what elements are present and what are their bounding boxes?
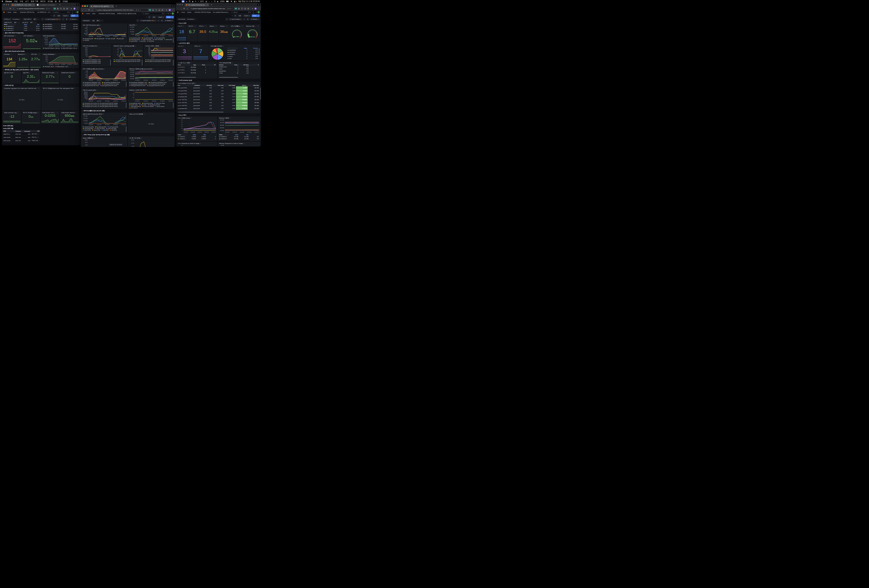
back-button[interactable]: ← — [3, 7, 5, 10]
legend-item[interactable]: auth-guard-ff7bb7497-fxns7 — [129, 85, 146, 86]
export-button[interactable]: Export ∨ — [243, 15, 251, 17]
legend-item[interactable]: auth-guard end of minor GC max [auth-gua… — [83, 106, 126, 107]
table-row[interactable]: queue-7b4f7796f4-kjava-service0.502.000.… — [177, 101, 260, 104]
breadcrumb-home[interactable]: Home — [86, 13, 90, 15]
tab-cloudbeaver[interactable]: C CloudBeaver Community × — [36, 3, 58, 6]
reading-list-icon[interactable]: ≡ — [165, 9, 168, 11]
add-panel-icon[interactable]: + ∨ — [72, 10, 74, 14]
status-icon-media[interactable]: ▶ — [217, 0, 219, 3]
tab-close-icon[interactable]: × — [207, 4, 208, 6]
filter-namespace[interactable]: 네임스페이스All×× ∨ — [22, 18, 40, 21]
section-resource-trend[interactable]: ∨리소스 추이 — [177, 114, 186, 116]
legend-item[interactable]: Write IOPS Mean: 2.45 io/s — [61, 47, 77, 49]
home-button[interactable]: ⌂ — [91, 9, 93, 11]
info-icon[interactable]: ⓘ — [205, 25, 206, 27]
legend-item[interactable]: order-core [503] — [153, 39, 163, 40]
status-icon-input-source[interactable]: Ⓐ — [214, 0, 216, 3]
status-icon-pen[interactable]: ✎ — [195, 0, 196, 3]
legend-item[interactable]: auth-guard ready — [142, 103, 153, 104]
new-tab-button[interactable]: + — [59, 3, 61, 6]
legend-item[interactable]: queue [200] — [83, 129, 91, 131]
breadcrumb-home[interactable]: Home — [181, 12, 185, 13]
info-icon[interactable]: ⓘ — [104, 68, 105, 70]
menu-item-view[interactable]: 보기 — [25, 0, 29, 3]
traffic-lights[interactable] — [82, 5, 88, 7]
add-panel-icon[interactable]: + ∨ — [167, 13, 169, 15]
info-icon[interactable]: ⓘ — [147, 89, 148, 91]
legend-item[interactable]: auth-guard [503] — [83, 128, 93, 129]
section-kafka-topic-ref[interactable]: Kafka 토픽 참조 — [3, 125, 13, 127]
menu-item-tab[interactable]: 탭 — [55, 0, 57, 3]
section-kafka-topic-flow[interactable]: Kafka 토픽 흐름 — [3, 127, 13, 129]
info-icon[interactable]: ⓘ — [258, 25, 259, 27]
legend-item[interactable]: queue [503] — [92, 129, 100, 131]
breadcrumb-folder[interactable]: STAGING 부하 테스트(k6) — [194, 11, 211, 13]
ext-devtools-icon[interactable]: K — [155, 9, 157, 11]
status-icon-recording[interactable]: ● — [186, 0, 187, 3]
ext-chart-icon[interactable]: ▥ — [63, 7, 65, 10]
search-input[interactable]: Search...⌘+k — [142, 12, 166, 15]
legend-item[interactable]: api-gateway-5dd4f9fb4b-7v99z — [83, 59, 110, 61]
section-errors[interactable]: ∨에러/쓰로틀링 (엔드포인트 공통) — [82, 110, 105, 112]
share-caret[interactable]: ∨ — [172, 16, 174, 18]
bookmark-star-icon[interactable]: ☆ — [140, 9, 141, 11]
filter-namespace[interactable]: namespace — [82, 19, 91, 22]
breadcrumb-home[interactable]: Home — [7, 12, 11, 13]
legend-item[interactable]: auth-guard p95 — [95, 38, 104, 39]
legend-item[interactable]: auth-guard [503] — [129, 39, 140, 40]
legend-item[interactable]: api-gateway-5dd4f9fb4b-97wqr — [83, 61, 110, 62]
status-icon-airpods[interactable]: ∩ — [211, 0, 212, 3]
info-icon[interactable]: ⓘ — [200, 45, 202, 47]
info-icon[interactable]: ⓘ — [75, 112, 77, 114]
browser-menu-icon[interactable]: ⋮ — [258, 7, 260, 10]
reload-button[interactable]: ⟳ — [183, 7, 185, 10]
focus-toggle-icon[interactable]: ◧● — [234, 0, 237, 3]
legend-scrollbar[interactable] — [126, 82, 126, 87]
panel-toggle-icon[interactable]: ⇄ — [234, 15, 237, 17]
info-icon[interactable]: ⓘ — [37, 112, 39, 114]
traffic-lights[interactable] — [177, 4, 183, 5]
share-caret[interactable]: ∨ — [77, 15, 79, 17]
screen-sharing-icon[interactable]: ▣ — [182, 0, 185, 3]
tab-k6-loadtest[interactable]: k6 부하테스트 - 수신 - STAGING × — [11, 3, 35, 6]
table-row[interactable]: loadtest-ai/loadtest-ai-defense-69bfb6df… — [218, 138, 260, 140]
ext-chart-icon[interactable]: ▥ — [244, 7, 246, 10]
time-range-picker[interactable]: ⊙ Last 5 minutes KST ∨ — [140, 19, 157, 22]
edit-button[interactable]: Edit — [237, 15, 242, 17]
table-row[interactable]: api-gateway-5dd4f9fb4b-97wqr10.3%42.4% — [3, 27, 40, 30]
search-input[interactable]: Search...⌘+k — [230, 11, 252, 13]
info-icon[interactable]: ⓘ — [74, 87, 75, 89]
share-button[interactable]: Share — [252, 15, 258, 17]
zoom-out-icon[interactable]: ⊖ — [48, 8, 49, 9]
horizontal-scrollbar[interactable] — [219, 77, 238, 78]
ext-qr-icon[interactable]: ▦ — [57, 7, 59, 10]
horizontal-scrollbar[interactable] — [178, 77, 196, 78]
time-back-button[interactable]: « — [136, 19, 139, 22]
info-icon[interactable]: ⓘ — [29, 72, 30, 74]
zoom-out-time-icon[interactable]: ⊖ — [160, 19, 163, 22]
favorite-star-icon[interactable]: ☆ — [50, 15, 52, 16]
refresh-button[interactable]: ⟳ Refresh ∨ — [250, 18, 260, 21]
new-tab-button[interactable]: + — [210, 3, 212, 6]
legend-item[interactable]: api-gateway [200] — [129, 37, 141, 39]
section-rds[interactable]: ∨공유 AWS RDS PostgreSQL — [3, 32, 24, 34]
breadcrumb-dashboards[interactable]: Dashb... — [187, 12, 193, 13]
legend-item[interactable]: api-gateway-5dd4f9fb4b-97wqr — [148, 82, 167, 83]
info-icon[interactable]: ⓘ — [57, 112, 58, 114]
help-icon[interactable]: ? — [256, 11, 257, 13]
table-row[interactable]: auth-guard-ff7bb749java-service0.503.000… — [177, 86, 260, 89]
legend-item[interactable]: seat [200] — [101, 129, 108, 131]
info-icon[interactable]: ⓘ — [13, 72, 15, 74]
table-row[interactable]: loadtest-ai/loadtest-ai-defense-69bfb6df… — [218, 136, 260, 138]
info-icon[interactable]: ⓘ — [97, 45, 99, 47]
weather-temperature[interactable]: ☾ 10°C — [198, 0, 204, 3]
info-icon[interactable]: ⓘ — [55, 53, 56, 55]
new-tab-button[interactable]: + — [115, 5, 117, 7]
traffic-lights[interactable] — [3, 4, 9, 5]
table-row[interactable]: ip-10-0-54-24.ap-not4g.xlarge5 — [177, 71, 217, 74]
legend-item[interactable]: api-gateway-5dd4f9fb4b-vrn8w — [129, 83, 147, 84]
legend-scrollbar[interactable] — [173, 37, 174, 43]
status-icon-notes[interactable]: Ⓝ — [189, 0, 190, 3]
legend-item[interactable]: queue [503] — [129, 40, 137, 42]
legend-item[interactable]: queue [200] — [164, 39, 172, 40]
